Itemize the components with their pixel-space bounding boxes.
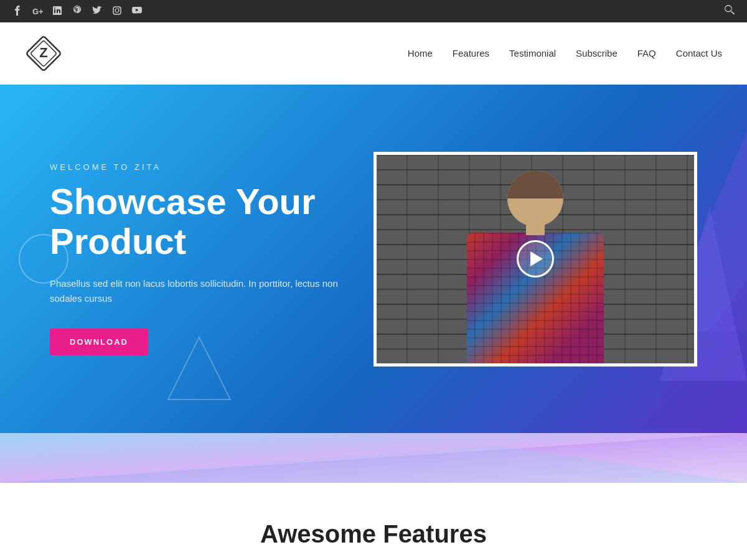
transition-area (0, 433, 747, 483)
hero-content: WELCOME TO ZITA Showcase Your Product Ph… (50, 162, 349, 355)
svg-text:Z: Z (39, 45, 47, 60)
logo-diamond: Z (25, 35, 62, 72)
google-plus-icon[interactable]: G+ (32, 7, 42, 16)
top-bar: G+ (0, 0, 747, 22)
nav-features[interactable]: Features (453, 48, 489, 58)
youtube-icon[interactable] (132, 6, 142, 16)
svg-point-1 (115, 9, 119, 12)
video-background (377, 155, 694, 363)
download-button[interactable]: DOWNLOAD (50, 329, 148, 355)
twitter-icon[interactable] (92, 6, 102, 17)
features-title: Awesome Features (25, 520, 722, 548)
instagram-icon[interactable] (112, 6, 122, 17)
linkedin-icon[interactable] (52, 6, 62, 17)
main-nav: Home Features Testimonial Subscribe FAQ … (408, 48, 722, 58)
search-icon[interactable] (725, 5, 735, 17)
hero-tagline: WELCOME TO ZITA (50, 162, 349, 172)
nav-contact[interactable]: Contact Us (676, 48, 722, 58)
hero-title: Showcase Your Product (50, 182, 349, 261)
nav-faq[interactable]: FAQ (637, 48, 656, 58)
hero-description: Phasellus sed elit non lacus lobortis so… (50, 276, 349, 306)
svg-point-2 (119, 7, 120, 9)
nav-testimonial[interactable]: Testimonial (509, 48, 556, 58)
nav-home[interactable]: Home (408, 48, 433, 58)
nav-subscribe[interactable]: Subscribe (576, 48, 618, 58)
logo[interactable]: Z (25, 35, 62, 72)
video-frame[interactable] (374, 152, 697, 366)
svg-rect-0 (113, 7, 121, 14)
facebook-icon[interactable] (12, 6, 22, 17)
hero-section: WELCOME TO ZITA Showcase Your Product Ph… (0, 85, 747, 433)
play-button[interactable] (517, 240, 554, 278)
site-header: Z Home Features Testimonial Subscribe FA… (0, 22, 747, 85)
features-section: Awesome Features Phasellus orci erat, bl… (0, 483, 747, 560)
hero-video (374, 152, 697, 366)
pinterest-icon[interactable] (72, 6, 82, 17)
social-icons: G+ (12, 6, 142, 17)
